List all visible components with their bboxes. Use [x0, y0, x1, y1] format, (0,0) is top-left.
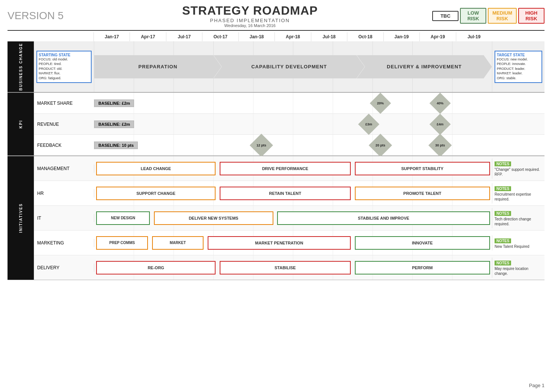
bar-deliver-new-systems: DELIVER NEW SYSTEMS	[154, 211, 273, 225]
kpi-feedback-row: FEEDBACK BASELINE: 10 pts 12 pts	[34, 135, 544, 155]
date-jul18: Jul-18	[311, 32, 347, 41]
arrow-capability: CAPABILITY DEVELOPMENT	[214, 55, 365, 78]
revenue-diamond-2: £4m	[433, 117, 448, 132]
bar-lead-change: LEAD CHANGE	[96, 162, 216, 175]
bar-market-penetration: MARKET PENETRATION	[208, 236, 351, 250]
marketing-row: MARKETING PREP COMMS MARKET MARKET PENET…	[34, 231, 544, 255]
bar-support-stability: SUPPORT STABILITY	[355, 162, 490, 175]
it-label: IT	[34, 214, 94, 222]
initiatives-label: INITIATIVES	[8, 156, 34, 280]
date-col-empty	[34, 32, 94, 41]
date-label: Wednesday, 16 March 2016	[68, 23, 432, 28]
kpi-market-share-timeline: BASELINE: £2m 20% 40%	[94, 93, 492, 113]
biz-arrows-area: PREPARATION CAPABILITY DEVELOPMENT DELIV…	[94, 41, 492, 92]
management-notes-text: "Change" support required. RFP.	[495, 167, 542, 177]
kpi-revenue-row: REVENUE BASELINE: £2m £3m	[34, 114, 544, 135]
kpi-feedback-label: FEEDBACK	[34, 141, 94, 149]
date-jul17: Jul-17	[166, 32, 202, 41]
date-apr17: Apr-17	[130, 32, 166, 41]
biz-change-side-label: BUSINESS CHANGE	[8, 41, 34, 92]
marketing-notes: NOTES New Talent Required	[492, 235, 544, 251]
subtitle: PHASED IMPLEMENTATION	[68, 18, 432, 23]
market-share-diamond-1: 20%	[373, 96, 388, 111]
delivery-timeline: RE-ORG STABILISE PERFORM	[94, 255, 492, 280]
revenue-baseline: BASELINE: £2m	[94, 121, 134, 128]
delivery-row: DELIVERY RE-ORG STABILISE PERFORM NOTES	[34, 255, 544, 280]
kpi-market-share-label: MARKET SHARE	[34, 99, 94, 107]
hr-label: HR	[34, 189, 94, 198]
kpi-label: KPI	[8, 93, 34, 155]
risk-low: LOWRISK	[460, 8, 486, 24]
market-share-baseline: BASELINE: £2m	[94, 100, 134, 107]
arrow-delivery: DELIVERY & IMPROVEMENT	[357, 55, 492, 78]
bar-stabilise: STABILISE	[220, 261, 351, 274]
biz-starting-state: STARTING STATE FOCUS: old model.PEOPLE: …	[34, 41, 94, 92]
feedback-diamond-1: 12 pts	[253, 137, 270, 154]
bar-innovate: INNOVATE	[355, 236, 490, 250]
date-oct18: Oct-18	[347, 32, 383, 41]
initiatives-section: INITIATIVES MANAGEMENT LEAD CHANGE DRIVE…	[8, 156, 544, 280]
version-label: VERSION 5	[8, 10, 68, 22]
date-oct17: Oct-17	[202, 32, 238, 41]
header: VERSION 5 STRATEGY ROADMAP PHASED IMPLEM…	[8, 4, 544, 31]
target-state-title: TARGET STATE	[497, 53, 540, 57]
bar-re-org: RE-ORG	[96, 261, 216, 274]
delivery-notes: NOTES May require location change.	[492, 258, 544, 278]
kpi-revenue-timeline: BASELINE: £2m £3m £4m	[94, 114, 492, 134]
business-change-section: BUSINESS CHANGE STARTING STATE FOCUS: ol…	[8, 41, 544, 93]
risk-medium: MEDIUMRISK	[488, 8, 517, 24]
title-block: STRATEGY ROADMAP PHASED IMPLEMENTATION W…	[68, 4, 432, 28]
bar-stabilise-improve: STABILISE AND IMPROVE	[277, 211, 490, 225]
risk-tbc: TBC	[432, 11, 458, 21]
delivery-notes-text: May require location change.	[495, 266, 542, 276]
management-notes: NOTES "Change" support required. RFP.	[492, 158, 544, 179]
marketing-notes-text: New Talent Required	[495, 244, 542, 249]
kpi-market-share-row: MARKET SHARE BASELINE: £2m	[34, 93, 544, 114]
main-title: STRATEGY ROADMAP	[68, 4, 432, 18]
kpi-side-label: KPI	[8, 93, 34, 155]
date-apr18: Apr-18	[275, 32, 311, 41]
bar-prep-comms: PREP COMMS	[96, 236, 148, 250]
it-notes-header: NOTES	[495, 211, 511, 216]
starting-state-title: STARTING STATE	[39, 53, 89, 57]
risk-legend: TBC LOWRISK MEDIUMRISK HIGHRISK	[432, 8, 544, 24]
hr-notes: NOTES Recruitment expertise required.	[492, 183, 544, 204]
initiatives-content: MANAGEMENT LEAD CHANGE DRIVE PERFORMANCE…	[34, 156, 544, 280]
kpi-content: MARKET SHARE BASELINE: £2m	[34, 93, 544, 155]
feedback-diamond-3: 30 pts	[432, 137, 448, 154]
date-jan19: Jan-19	[384, 32, 420, 41]
starting-state-text: FOCUS: old model.PEOPLE: tired.PRODUCT: …	[39, 57, 89, 81]
market-share-diamond-2: 40%	[433, 96, 448, 111]
arrow-preparation: PREPARATION	[94, 55, 222, 78]
it-notes: NOTES Tech direction change required.	[492, 208, 544, 228]
feedback-diamond-2: 20 pts	[372, 137, 389, 154]
kpi-feedback-timeline: BASELINE: 10 pts 12 pts 20 pts 30 pts	[94, 135, 492, 155]
bar-drive-performance: DRIVE PERFORMANCE	[220, 162, 351, 175]
target-state-text: FOCUS: new model.PEOPLE: innovate.PRODUC…	[497, 57, 540, 81]
hr-notes-header: NOTES	[495, 186, 511, 191]
management-notes-header: NOTES	[495, 161, 511, 166]
feedback-baseline: BASELINE: 10 pts	[94, 142, 138, 149]
marketing-label: MARKETING	[34, 239, 94, 247]
revenue-diamond-1: £3m	[361, 117, 376, 132]
kpi-revenue-label: REVENUE	[34, 120, 94, 128]
date-jul19: Jul-19	[456, 32, 492, 41]
hr-row: HR SUPPORT CHANGE RETAIN TALENT PROMOTE …	[34, 181, 544, 206]
hr-notes-text: Recruitment expertise required.	[495, 192, 542, 202]
bar-market: MARKET	[152, 236, 204, 250]
initiatives-side-label: INITIATIVES	[8, 156, 34, 280]
delivery-label: DELIVERY	[34, 264, 94, 272]
hr-timeline: SUPPORT CHANGE RETAIN TALENT PROMOTE TAL…	[94, 181, 492, 205]
biz-target-state: TARGET STATE FOCUS: new model.PEOPLE: in…	[492, 41, 544, 92]
page-number: Page 1	[529, 383, 544, 388]
it-timeline: NEW DESIGN DELIVER NEW SYSTEMS STABILISE…	[94, 206, 492, 230]
management-row: MANAGEMENT LEAD CHANGE DRIVE PERFORMANCE…	[34, 156, 544, 181]
it-row: IT NEW DESIGN DELIVER NEW SYSTEMS STABIL…	[34, 206, 544, 231]
kpi-section: KPI MARKET SHARE BASELINE: £2m	[8, 93, 544, 156]
management-timeline: LEAD CHANGE DRIVE PERFORMANCE SUPPORT ST…	[94, 156, 492, 181]
bar-perform: PERFORM	[355, 261, 490, 274]
biz-change-content: STARTING STATE FOCUS: old model.PEOPLE: …	[34, 41, 544, 92]
date-jan17: Jan-17	[94, 32, 130, 41]
risk-high: HIGHRISK	[518, 8, 544, 24]
bar-new-design: NEW DESIGN	[96, 211, 150, 225]
